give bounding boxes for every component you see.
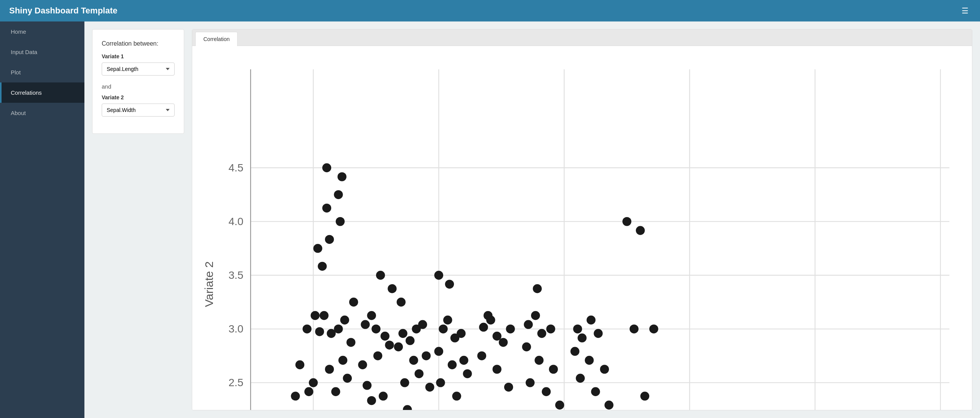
svg-point-81 — [443, 316, 452, 324]
control-title: Correlation between: — [102, 40, 175, 47]
app-title: Shiny Dashboard Template — [9, 6, 117, 16]
svg-point-101 — [483, 311, 492, 320]
svg-point-66 — [414, 369, 423, 378]
svg-point-26 — [303, 324, 312, 333]
svg-point-98 — [477, 351, 486, 360]
svg-point-41 — [349, 298, 358, 306]
svg-point-139 — [322, 163, 331, 172]
svg-point-88 — [463, 369, 472, 378]
svg-point-123 — [571, 347, 579, 356]
svg-point-112 — [549, 365, 558, 374]
svg-point-115 — [555, 401, 564, 410]
svg-point-84 — [448, 360, 457, 369]
svg-point-110 — [522, 342, 531, 351]
sidebar-item-plot[interactable]: Plot — [0, 62, 84, 82]
sidebar-item-home[interactable]: Home — [0, 21, 84, 42]
svg-point-53 — [363, 381, 371, 390]
svg-text:3.5: 3.5 — [228, 269, 243, 281]
svg-point-100 — [506, 324, 515, 333]
svg-point-42 — [331, 387, 340, 396]
chart-panel: Correlation Variate 2 Variate 1 — [192, 29, 972, 410]
sidebar-item-correlations[interactable]: Correlations — [0, 82, 84, 103]
svg-point-124 — [585, 356, 594, 365]
svg-text:Variate 2: Variate 2 — [203, 261, 215, 307]
svg-point-56 — [367, 396, 376, 405]
variate2-select[interactable]: Sepal.Width Sepal.Length Petal.Length Pe… — [102, 104, 175, 117]
svg-point-106 — [524, 320, 533, 329]
svg-point-61 — [418, 320, 427, 329]
svg-point-57 — [379, 392, 388, 400]
sidebar: Home Input Data Plot Correlations About — [0, 21, 84, 418]
svg-point-111 — [535, 356, 543, 365]
svg-point-65 — [400, 378, 409, 387]
svg-point-46 — [361, 320, 370, 329]
svg-point-29 — [309, 378, 318, 387]
svg-point-99 — [493, 365, 502, 374]
svg-point-121 — [577, 333, 586, 342]
svg-point-58 — [398, 329, 407, 338]
svg-point-68 — [403, 405, 412, 410]
svg-point-114 — [542, 387, 551, 396]
svg-point-113 — [526, 378, 535, 387]
header: Shiny Dashboard Template ☰ — [0, 0, 980, 21]
svg-point-107 — [537, 329, 546, 338]
variate1-select[interactable]: Sepal.Length Sepal.Width Petal.Length Pe… — [102, 63, 175, 76]
svg-point-78 — [334, 190, 343, 199]
svg-point-77 — [322, 204, 331, 212]
content-row: Correlation between: Variate 1 Sepal.Len… — [92, 29, 972, 410]
variate2-label: Variate 2 — [102, 94, 175, 100]
svg-point-40 — [338, 356, 347, 365]
svg-point-51 — [373, 351, 382, 360]
svg-point-55 — [388, 284, 396, 293]
sidebar-item-about[interactable]: About — [0, 103, 84, 123]
svg-point-32 — [304, 387, 313, 396]
tab-correlation[interactable]: Correlation — [195, 32, 238, 46]
svg-point-36 — [340, 316, 349, 324]
svg-point-52 — [385, 341, 394, 349]
svg-point-104 — [504, 383, 513, 392]
svg-point-133 — [636, 226, 645, 235]
svg-point-28 — [295, 360, 304, 369]
svg-point-86 — [436, 378, 445, 387]
svg-point-60 — [406, 336, 414, 345]
svg-text:4.5: 4.5 — [228, 162, 243, 174]
svg-point-30 — [320, 311, 328, 320]
svg-point-137 — [640, 392, 649, 400]
svg-point-47 — [371, 324, 380, 333]
svg-point-82 — [457, 329, 465, 338]
svg-point-48 — [367, 311, 376, 320]
svg-point-127 — [591, 387, 600, 396]
svg-point-94 — [479, 323, 488, 331]
svg-point-62 — [394, 342, 403, 351]
svg-point-92 — [434, 271, 443, 280]
chart-area: Variate 2 Variate 1 — [192, 46, 972, 410]
svg-point-27 — [315, 327, 324, 336]
svg-point-85 — [459, 356, 468, 365]
svg-point-87 — [452, 392, 461, 400]
menu-button[interactable]: ☰ — [959, 4, 971, 18]
main-content: Correlation between: Variate 1 Sepal.Len… — [84, 21, 980, 418]
svg-point-79 — [439, 324, 447, 333]
svg-point-136 — [649, 324, 658, 333]
svg-point-64 — [422, 351, 431, 360]
svg-text:4.0: 4.0 — [228, 216, 243, 227]
svg-point-37 — [334, 324, 343, 333]
svg-point-38 — [346, 338, 355, 347]
svg-point-72 — [397, 298, 406, 306]
svg-point-140 — [338, 172, 346, 181]
svg-point-34 — [311, 311, 320, 320]
svg-point-31 — [291, 392, 300, 400]
variate1-label: Variate 1 — [102, 53, 175, 59]
svg-point-131 — [604, 401, 613, 410]
svg-point-75 — [325, 235, 334, 244]
svg-point-134 — [630, 324, 638, 333]
svg-point-122 — [594, 329, 602, 338]
svg-point-125 — [600, 365, 609, 374]
svg-point-54 — [376, 271, 385, 280]
svg-point-120 — [587, 316, 596, 324]
svg-point-109 — [546, 324, 555, 333]
svg-point-76 — [336, 217, 345, 226]
sidebar-item-input-data[interactable]: Input Data — [0, 42, 84, 62]
svg-point-43 — [343, 374, 352, 383]
svg-point-132 — [622, 217, 631, 226]
